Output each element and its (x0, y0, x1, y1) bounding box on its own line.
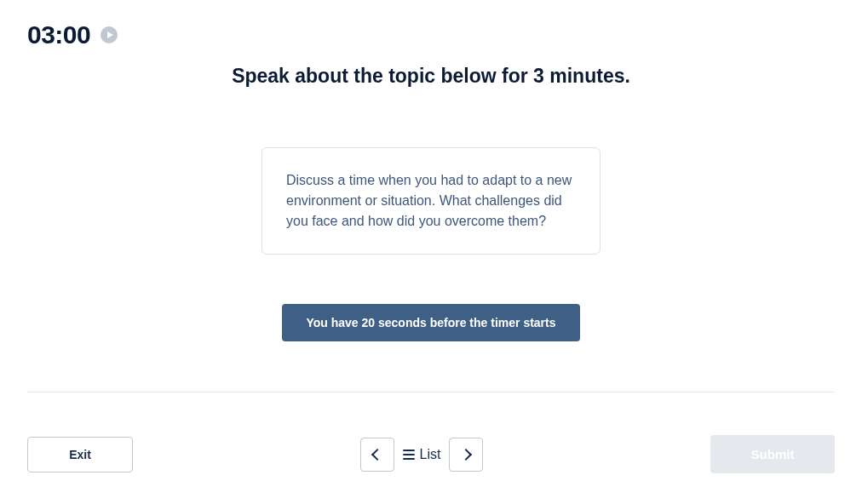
play-icon[interactable] (101, 26, 118, 43)
timer-value: 03:00 (27, 20, 90, 49)
chevron-right-icon (460, 448, 472, 460)
chevron-left-icon (371, 448, 382, 460)
topic-card: Discuss a time when you had to adapt to … (261, 147, 601, 255)
next-button[interactable] (449, 438, 483, 472)
list-icon (403, 450, 415, 460)
list-button[interactable]: List (403, 447, 441, 462)
timer-row: 03:00 (0, 0, 862, 49)
footer-divider (27, 392, 835, 392)
exit-button[interactable]: Exit (27, 437, 133, 472)
play-triangle-icon (107, 32, 113, 38)
instruction-heading: Speak about the topic below for 3 minute… (0, 65, 862, 88)
nav-center: List (360, 438, 484, 472)
topic-prompt: Discuss a time when you had to adapt to … (286, 170, 576, 232)
submit-button[interactable]: Submit (710, 435, 835, 473)
countdown-banner: You have 20 seconds before the timer sta… (282, 304, 579, 341)
list-label: List (420, 447, 441, 462)
footer: Exit List Submit (27, 435, 835, 473)
prev-button[interactable] (360, 438, 394, 472)
